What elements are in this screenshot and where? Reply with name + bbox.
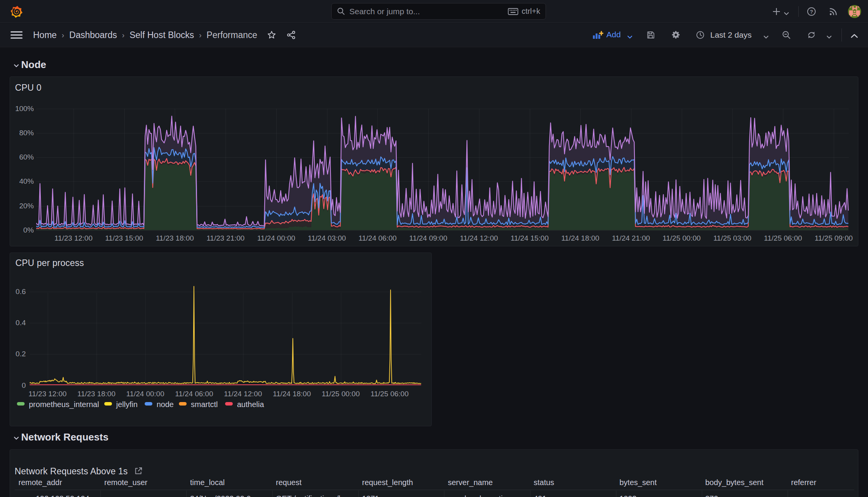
svg-text:?: ? [810,9,813,15]
